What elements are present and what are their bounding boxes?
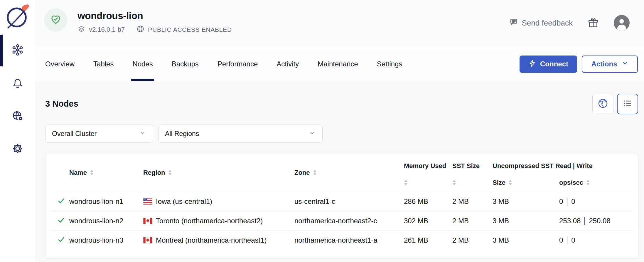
check-icon bbox=[57, 197, 65, 206]
node-memory: 302 MB bbox=[404, 217, 452, 225]
column-header-uncompressed-group: Uncompressed SST Read | Write bbox=[493, 153, 638, 172]
cluster-tabs: Overview Tables Nodes Backups Performanc… bbox=[45, 47, 402, 81]
column-header-sst-size: SST Size bbox=[452, 153, 493, 172]
column-sort-sst-size[interactable] bbox=[452, 172, 493, 192]
lightning-icon bbox=[528, 59, 536, 69]
node-region: Toronto (northamerica-northeast2) bbox=[156, 217, 263, 225]
tab-activity[interactable]: Activity bbox=[277, 47, 299, 81]
nodes-table-body: wondrous-lion-n1 Iowa (us-central1) us-c… bbox=[45, 192, 638, 250]
sidebar-nav bbox=[0, 34, 35, 166]
tabbar: Overview Tables Nodes Backups Performanc… bbox=[35, 47, 644, 81]
node-sst-size: 2 MB bbox=[452, 217, 493, 225]
nodes-table-header: Name Region Zone Memory Used bbox=[45, 153, 638, 192]
heart-check-icon bbox=[50, 13, 62, 27]
sort-icon[interactable] bbox=[90, 170, 94, 175]
page-title: wondrous-lion bbox=[77, 9, 232, 22]
column-header-memory: Memory Used bbox=[404, 153, 452, 172]
table-row: wondrous-lion-n3 Montreal (northamerica-… bbox=[45, 231, 638, 250]
sort-icon[interactable] bbox=[404, 180, 408, 185]
ca-flag-icon bbox=[143, 218, 152, 224]
table-row: wondrous-lion-n1 Iowa (us-central1) us-c… bbox=[45, 192, 638, 211]
sort-icon[interactable] bbox=[313, 170, 317, 175]
nodes-count-title: 3 Nodes bbox=[45, 99, 78, 109]
column-header-ops[interactable]: ops/sec bbox=[559, 172, 638, 192]
version-label: v2.16.0.1-b7 bbox=[89, 26, 125, 33]
tab-overview[interactable]: Overview bbox=[45, 47, 75, 81]
map-view-button[interactable] bbox=[592, 94, 613, 114]
node-region: Montreal (northamerica-northeast1) bbox=[156, 236, 267, 244]
node-ops: 00 bbox=[559, 197, 638, 206]
node-ops: 253.08250.08 bbox=[559, 217, 638, 225]
tab-nodes[interactable]: Nodes bbox=[132, 47, 153, 81]
nodes-table: Name Region Zone Memory Used bbox=[45, 153, 638, 258]
page-header: wondrous-lion v2.16.0.1-b7 bbox=[35, 0, 644, 47]
column-header-region[interactable]: Region bbox=[143, 153, 294, 192]
node-name: wondrous-lion-n1 bbox=[69, 197, 143, 206]
check-icon bbox=[57, 236, 65, 245]
planet-logo-icon[interactable] bbox=[4, 2, 31, 31]
globe-icon bbox=[136, 25, 144, 34]
sort-icon[interactable] bbox=[586, 180, 590, 185]
node-zone: northamerica-northeast1-a bbox=[294, 236, 404, 244]
tab-performance[interactable]: Performance bbox=[218, 47, 258, 81]
sort-icon[interactable] bbox=[508, 180, 512, 185]
column-header-name[interactable]: Name bbox=[69, 153, 143, 192]
sidebar-item-alerts[interactable] bbox=[0, 67, 35, 100]
node-uncompressed-size: 3 MB bbox=[493, 197, 559, 206]
ca-flag-icon bbox=[143, 237, 152, 243]
node-memory: 286 MB bbox=[404, 197, 452, 206]
sidebar-item-network[interactable] bbox=[0, 100, 35, 133]
send-feedback-button[interactable]: Send feedback bbox=[509, 18, 573, 28]
sidebar bbox=[0, 0, 35, 262]
access-status-label: PUBLIC ACCESS ENABLED bbox=[148, 26, 232, 33]
node-ops: 00 bbox=[559, 236, 638, 244]
list-view-button[interactable] bbox=[617, 94, 638, 114]
chevron-down-icon bbox=[621, 60, 628, 68]
column-header-zone[interactable]: Zone bbox=[294, 153, 404, 192]
check-icon bbox=[57, 216, 65, 226]
region-filter-select[interactable]: All Regions bbox=[158, 125, 323, 143]
view-toggle-group bbox=[592, 94, 638, 114]
node-zone: northamerica-northeast2-c bbox=[294, 217, 404, 225]
actions-button[interactable]: Actions bbox=[582, 56, 638, 73]
tab-backups[interactable]: Backups bbox=[172, 47, 199, 81]
sidebar-item-clusters[interactable] bbox=[0, 34, 35, 67]
node-region: Iowa (us-central1) bbox=[156, 197, 212, 206]
node-sst-size: 2 MB bbox=[452, 197, 493, 206]
node-uncompressed-size: 3 MB bbox=[493, 236, 559, 244]
tab-settings[interactable]: Settings bbox=[377, 47, 402, 81]
node-name: wondrous-lion-n2 bbox=[69, 217, 143, 225]
column-sort-memory[interactable] bbox=[404, 172, 452, 192]
feedback-bubble-icon bbox=[509, 18, 518, 28]
cluster-health-badge bbox=[44, 8, 68, 32]
sort-icon[interactable] bbox=[452, 180, 456, 185]
user-avatar[interactable] bbox=[614, 15, 630, 31]
chevron-down-icon bbox=[308, 129, 316, 138]
node-sst-size: 2 MB bbox=[452, 236, 493, 244]
cluster-filter-select[interactable]: Overall Cluster bbox=[45, 125, 153, 143]
send-feedback-label: Send feedback bbox=[522, 19, 573, 28]
sort-icon[interactable] bbox=[168, 170, 172, 175]
bell-icon bbox=[11, 76, 24, 90]
sidebar-item-settings[interactable] bbox=[0, 133, 35, 166]
whats-new-button[interactable] bbox=[587, 17, 599, 29]
nodes-content: 3 Nodes bbox=[35, 81, 644, 262]
tab-maintenance[interactable]: Maintenance bbox=[318, 47, 358, 81]
tab-tables[interactable]: Tables bbox=[93, 47, 114, 81]
column-header-uncompressed-size[interactable]: Size bbox=[493, 172, 559, 192]
connect-button[interactable]: Connect bbox=[520, 56, 577, 73]
node-memory: 261 MB bbox=[404, 236, 452, 244]
node-name: wondrous-lion-n3 bbox=[69, 236, 143, 244]
gear-icon bbox=[11, 142, 24, 156]
cluster-nodes-icon bbox=[11, 43, 24, 58]
globe-gear-icon bbox=[11, 109, 24, 123]
node-zone: us-central1-c bbox=[294, 197, 404, 206]
table-row: wondrous-lion-n2 Toronto (northamerica-n… bbox=[45, 211, 638, 231]
layers-icon bbox=[77, 25, 85, 34]
chevron-down-icon bbox=[139, 129, 146, 138]
map-view-icon bbox=[597, 98, 608, 110]
avatar-icon bbox=[614, 15, 630, 31]
cluster-info: wondrous-lion v2.16.0.1-b7 bbox=[35, 0, 232, 34]
us-flag-icon bbox=[143, 198, 152, 205]
node-uncompressed-size: 3 MB bbox=[493, 217, 559, 225]
